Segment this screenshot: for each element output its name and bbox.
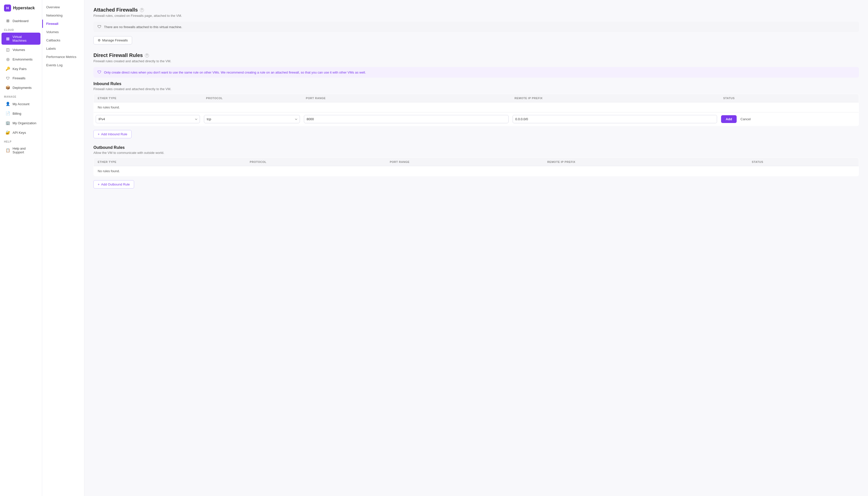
inbound-no-rules-text: No rules found. bbox=[94, 103, 859, 112]
subnav-item-labels[interactable]: Labels bbox=[42, 44, 84, 53]
inbound-remote-ip-input[interactable] bbox=[513, 115, 717, 123]
cloud-section-label: CLOUD bbox=[0, 26, 42, 32]
port-range-cell bbox=[302, 112, 511, 126]
add-inbound-label: Add Inbound Rule bbox=[101, 132, 127, 136]
sidebar-item-label: Key Pairs bbox=[13, 67, 27, 71]
sidebar-item-virtual-machines[interactable]: ▦ Virtual Machines bbox=[1, 33, 41, 45]
volumes-icon: ◫ bbox=[5, 47, 10, 52]
sidebar-item-label: Firewalls bbox=[13, 76, 25, 80]
info-shield-icon: 🛡 bbox=[97, 25, 102, 29]
outbound-no-rules-text: No rules found. bbox=[94, 166, 859, 176]
subnav-item-label: Labels bbox=[46, 47, 56, 50]
sidebar-item-label: Dashboard bbox=[13, 19, 29, 23]
inbound-cancel-button[interactable]: Cancel bbox=[740, 115, 751, 123]
subnav-item-networking[interactable]: Networking bbox=[42, 11, 84, 19]
manage-firewalls-button[interactable]: ⚙ Manage Firewalls bbox=[93, 36, 132, 44]
add-inbound-icon: + bbox=[98, 132, 100, 136]
inbound-rules-subtitle: Firewall rules created and attached dire… bbox=[93, 87, 859, 91]
inbound-form-actions: Add Cancel bbox=[719, 112, 859, 126]
inbound-ether-type-select[interactable]: IPv4 IPv6 bbox=[96, 115, 200, 123]
attached-firewalls-title: Attached Firewalls ? bbox=[93, 7, 859, 13]
out-col-remote-ip: REMOTE IP PREFIX bbox=[543, 158, 748, 166]
warning-shield-icon: 🛡 bbox=[97, 70, 102, 75]
direct-firewall-help-icon[interactable]: ? bbox=[145, 53, 149, 58]
add-outbound-rule-button[interactable]: + Add Outbound Rule bbox=[93, 180, 134, 188]
help-section-label: HELP bbox=[0, 137, 42, 144]
out-col-port-range: PORT RANGE bbox=[386, 158, 543, 166]
direct-firewall-section: Direct Firewall Rules ? Firewall rules c… bbox=[93, 52, 859, 78]
outbound-rules-tbody: No rules found. bbox=[94, 166, 859, 176]
col-port-range: PORT RANGE bbox=[302, 94, 511, 103]
out-col-status: STATUS bbox=[748, 158, 859, 166]
manage-section-label: MANAGE bbox=[0, 92, 42, 99]
sidebar-item-label: API Keys bbox=[13, 131, 26, 135]
outbound-rules-title: Outbound Rules bbox=[93, 145, 859, 150]
col-protocol: PROTOCOL bbox=[202, 94, 302, 103]
outbound-rules-header-row: ETHER TYPE PROTOCOL PORT RANGE REMOTE IP… bbox=[94, 158, 859, 166]
sidebar-item-billing[interactable]: 📄 Billing bbox=[1, 109, 41, 118]
subnav-item-volumes[interactable]: Volumes bbox=[42, 28, 84, 36]
subnav-item-events-log[interactable]: Events Log bbox=[42, 61, 84, 69]
out-col-protocol: PROTOCOL bbox=[246, 158, 386, 166]
sidebar-item-label: My Organization bbox=[13, 121, 36, 125]
inbound-rules-section: Inbound Rules Firewall rules created and… bbox=[93, 81, 859, 138]
direct-rules-warning-text: Only create direct rules when you don't … bbox=[104, 71, 366, 74]
inbound-add-button[interactable]: Add bbox=[721, 115, 736, 123]
subnav-item-performance-metrics[interactable]: Performance Metrics bbox=[42, 53, 84, 61]
sidebar-item-key-pairs[interactable]: 🔑 Key Pairs bbox=[1, 64, 41, 73]
sidebar-item-label: Volumes bbox=[13, 48, 25, 52]
my-account-icon: 👤 bbox=[5, 102, 10, 106]
logo-icon: H bbox=[4, 4, 11, 12]
subnav-item-label: Overview bbox=[46, 5, 60, 9]
inbound-protocol-select[interactable]: tcp udp icmp any bbox=[204, 115, 300, 123]
add-outbound-icon: + bbox=[98, 183, 100, 186]
sidebar-item-api-keys[interactable]: 🔐 API Keys bbox=[1, 128, 41, 137]
outbound-rules-section: Outbound Rules Allow the VM to communica… bbox=[93, 145, 859, 188]
key-pairs-icon: 🔑 bbox=[5, 66, 10, 71]
sidebar-item-label: Environments bbox=[13, 58, 32, 61]
sidebar-item-label: My Account bbox=[13, 102, 29, 106]
outbound-rules-table: ETHER TYPE PROTOCOL PORT RANGE REMOTE IP… bbox=[93, 158, 859, 176]
no-firewalls-info: 🛡 There are no firewalls attached to thi… bbox=[93, 21, 859, 32]
sidebar-item-help-support[interactable]: 📋 Help and Support bbox=[1, 144, 41, 156]
add-outbound-label: Add Outbound Rule bbox=[101, 183, 130, 186]
vm-icon: ▦ bbox=[5, 36, 10, 41]
sidebar-item-dashboard[interactable]: ⊞ Dashboard bbox=[1, 16, 41, 25]
sidebar-item-environments[interactable]: ◎ Environments bbox=[1, 55, 41, 64]
add-inbound-rule-button[interactable]: + Add Inbound Rule bbox=[93, 130, 132, 138]
sidebar-item-volumes[interactable]: ◫ Volumes bbox=[1, 45, 41, 54]
subnav-item-label: Performance Metrics bbox=[46, 55, 76, 59]
col-ether-type: ETHER TYPE bbox=[94, 94, 202, 103]
sidebar-item-label: Billing bbox=[13, 112, 21, 115]
sidebar-item-my-organization[interactable]: 🏢 My Organization bbox=[1, 119, 41, 127]
my-org-icon: 🏢 bbox=[5, 121, 10, 125]
no-firewalls-text: There are no firewalls attached to this … bbox=[104, 25, 182, 29]
app-logo[interactable]: H Hyperstack bbox=[0, 0, 42, 16]
inbound-rules-title: Inbound Rules bbox=[93, 81, 859, 86]
attached-firewalls-subtitle: Firewall rules, created on Firewalls pag… bbox=[93, 14, 859, 18]
api-keys-icon: 🔐 bbox=[5, 130, 10, 135]
subnav-item-firewall[interactable]: Firewall bbox=[42, 19, 84, 28]
help-icon: 📋 bbox=[5, 148, 10, 153]
subnav-item-overview[interactable]: Overview bbox=[42, 3, 84, 11]
subnav: Overview Networking Firewall Volumes Cal… bbox=[42, 0, 85, 496]
outbound-no-rules-row: No rules found. bbox=[94, 166, 859, 176]
attached-firewalls-help-icon[interactable]: ? bbox=[140, 8, 144, 12]
remote-ip-cell bbox=[511, 112, 719, 126]
col-status: STATUS bbox=[719, 94, 859, 103]
inbound-rules-header-row: ETHER TYPE PROTOCOL PORT RANGE REMOTE IP… bbox=[94, 94, 859, 103]
sidebar: H Hyperstack ⊞ Dashboard CLOUD ▦ Virtual… bbox=[0, 0, 42, 496]
outbound-rules-subtitle: Allow the VM to communicate with outside… bbox=[93, 151, 859, 155]
out-col-ether-type: ETHER TYPE bbox=[94, 158, 246, 166]
subnav-item-label: Events Log bbox=[46, 63, 63, 67]
inbound-port-range-input[interactable] bbox=[304, 115, 508, 123]
subnav-item-callbacks[interactable]: Callbacks bbox=[42, 36, 84, 44]
sidebar-item-label: Deployments bbox=[13, 86, 32, 90]
sidebar-item-firewalls[interactable]: 🛡 Firewalls bbox=[1, 74, 41, 82]
inbound-form-row: IPv4 IPv6 tcp udp icmp any bbox=[94, 112, 859, 126]
environments-icon: ◎ bbox=[5, 57, 10, 62]
subnav-item-label: Firewall bbox=[46, 22, 58, 26]
sidebar-item-deployments[interactable]: 📦 Deployments bbox=[1, 83, 41, 92]
subnav-item-label: Volumes bbox=[46, 30, 59, 34]
sidebar-item-my-account[interactable]: 👤 My Account bbox=[1, 99, 41, 108]
